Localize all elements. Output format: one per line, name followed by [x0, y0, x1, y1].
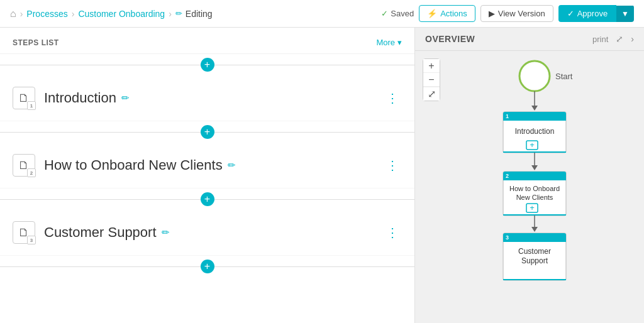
- step-3-edit-icon[interactable]: ✏: [162, 227, 170, 238]
- add-line-right-3: [214, 266, 415, 267]
- check-icon: ✓: [381, 9, 388, 18]
- add-line-left: [0, 65, 201, 65]
- arrow-head-2: [531, 165, 538, 170]
- node-2-plus-icon: +: [530, 203, 535, 212]
- add-step-button-0[interactable]: +: [201, 58, 214, 72]
- zoom-in-button[interactable]: +: [423, 59, 440, 73]
- steps-list-title: STEPS LIST: [13, 38, 59, 47]
- add-step-button-3[interactable]: +: [201, 260, 214, 273]
- node-3-label-1: Customer: [518, 247, 551, 256]
- processes-link[interactable]: Processes: [26, 9, 67, 19]
- step-row-2: 🗋 2 How to Onboard New Clients ✏ ⋮: [0, 143, 414, 189]
- node-1-plus-icon: +: [530, 140, 535, 150]
- node-2-bottom: [503, 214, 566, 216]
- steps-header: STEPS LIST More ▾: [0, 28, 414, 54]
- actions-label: Actions: [440, 9, 467, 18]
- bolt-icon: ⚡: [427, 9, 437, 18]
- add-line-left-2: [0, 199, 201, 200]
- chevron-down-icon: ▼: [621, 9, 629, 18]
- node-3-label-2: Support: [521, 256, 548, 265]
- step-2-menu[interactable]: ⋮: [384, 158, 402, 173]
- breadcrumb: ⌂ › Processes › Customer Onboarding › ✏ …: [10, 8, 213, 19]
- play-icon: ▶: [489, 9, 495, 18]
- customer-onboarding-link[interactable]: Customer Onboarding: [78, 9, 165, 19]
- node-3-num: 3: [506, 234, 509, 241]
- expand-icon[interactable]: ⤢: [616, 34, 623, 44]
- node-1-label: Introduction: [515, 127, 555, 136]
- node-2-num: 2: [506, 173, 509, 179]
- approve-group: ✓ Approve ▼: [558, 5, 634, 22]
- flow-diagram: Start 1 Introduction + 2 How to Onboard: [453, 54, 641, 319]
- add-line-left-1: [0, 132, 201, 133]
- step-2-edit-icon[interactable]: ✏: [228, 160, 236, 171]
- step-row-3: 🗋 3 Customer Support ✏ ⋮: [0, 210, 414, 256]
- chevron-down-icon: ▾: [397, 38, 402, 47]
- node-3-bottom: [503, 279, 566, 280]
- node-1-header-fill: [503, 116, 566, 121]
- node-3-header-fill: [503, 238, 566, 242]
- home-icon[interactable]: ⌂: [10, 8, 16, 19]
- arrow-head-1: [531, 106, 538, 111]
- next-icon[interactable]: ›: [631, 34, 634, 44]
- add-line-right: [214, 65, 415, 65]
- node-2-label-2: New Clients: [516, 194, 553, 201]
- zoom-out-button[interactable]: −: [423, 73, 440, 87]
- add-step-button-2[interactable]: +: [201, 192, 214, 206]
- zoom-controls: + − ⤢: [423, 58, 440, 101]
- zoom-fullscreen-button[interactable]: ⤢: [423, 87, 440, 101]
- step-icon-1: 🗋 1: [13, 87, 35, 109]
- step-name-1: Introduction ✏: [44, 90, 375, 106]
- step-icon-2: 🗋 2: [13, 154, 35, 177]
- start-label: Start: [555, 72, 573, 81]
- view-version-button[interactable]: ▶ View Version: [480, 5, 553, 22]
- left-panel: STEPS LIST More ▾ + 🗋 1 Introduction ✏ ⋮: [0, 28, 415, 323]
- topnav-right: ✓ Saved ⚡ Actions ▶ View Version ✓ Appro…: [381, 5, 634, 22]
- print-link[interactable]: print: [592, 35, 608, 44]
- step-1-edit-icon[interactable]: ✏: [121, 92, 130, 104]
- approve-button[interactable]: ✓ Approve: [558, 5, 616, 22]
- step-num-1: 1: [27, 101, 36, 110]
- step-1-menu[interactable]: ⋮: [384, 90, 402, 106]
- view-version-label: View Version: [498, 9, 545, 18]
- overview-header: OVERVIEW print ⤢ ›: [415, 28, 644, 51]
- main-layout: STEPS LIST More ▾ + 🗋 1 Introduction ✏ ⋮: [0, 28, 644, 323]
- saved-badge: ✓ Saved: [381, 9, 414, 18]
- step-3-label: Customer Support: [44, 224, 157, 241]
- step-3-menu[interactable]: ⋮: [384, 225, 402, 240]
- breadcrumb-sep-2: ›: [72, 9, 75, 19]
- more-button[interactable]: More ▾: [376, 38, 402, 47]
- node-2-label-1: How to Onboard: [509, 185, 560, 192]
- breadcrumb-sep-1: ›: [20, 9, 23, 19]
- overview-canvas: + − ⤢ Start 1 Introduction +: [415, 51, 644, 319]
- breadcrumb-sep-3: ›: [169, 9, 172, 19]
- editing-label: ✏ Editing: [175, 9, 213, 19]
- step-name-3: Customer Support ✏: [44, 224, 375, 241]
- add-row-2: +: [0, 189, 414, 210]
- overview-title: OVERVIEW: [425, 34, 475, 44]
- right-panel: OVERVIEW print ⤢ › + − ⤢ Star: [415, 28, 644, 323]
- step-num-3: 3: [27, 236, 36, 244]
- start-circle: [519, 61, 550, 91]
- step-1-label: Introduction: [44, 90, 116, 106]
- step-row-1: 🗋 1 Introduction ✏ ⋮: [0, 75, 414, 121]
- add-line-right-2: [214, 199, 415, 200]
- arrow-head-3: [531, 227, 538, 232]
- step-name-2: How to Onboard New Clients ✏: [44, 157, 375, 173]
- editing-pencil-icon: ✏: [175, 9, 182, 18]
- actions-button[interactable]: ⚡ Actions: [419, 5, 475, 22]
- topnav: ⌂ › Processes › Customer Onboarding › ✏ …: [0, 0, 644, 28]
- step-num-2: 2: [27, 168, 36, 177]
- saved-label: Saved: [391, 9, 414, 18]
- approve-check-icon: ✓: [567, 9, 574, 18]
- editing-text: Editing: [186, 9, 213, 19]
- add-line-left-3: [0, 266, 201, 267]
- step-icon-3: 🗋 3: [13, 221, 35, 244]
- node-1-bottom: [503, 151, 566, 153]
- overview-actions: print ⤢ ›: [592, 34, 634, 44]
- add-row-3: +: [0, 256, 414, 277]
- approve-dropdown-button[interactable]: ▼: [616, 6, 634, 22]
- add-step-button-1[interactable]: +: [201, 125, 214, 139]
- node-1-num: 1: [506, 113, 509, 119]
- node-2-header-fill: [503, 176, 566, 180]
- step-2-label: How to Onboard New Clients: [44, 157, 223, 173]
